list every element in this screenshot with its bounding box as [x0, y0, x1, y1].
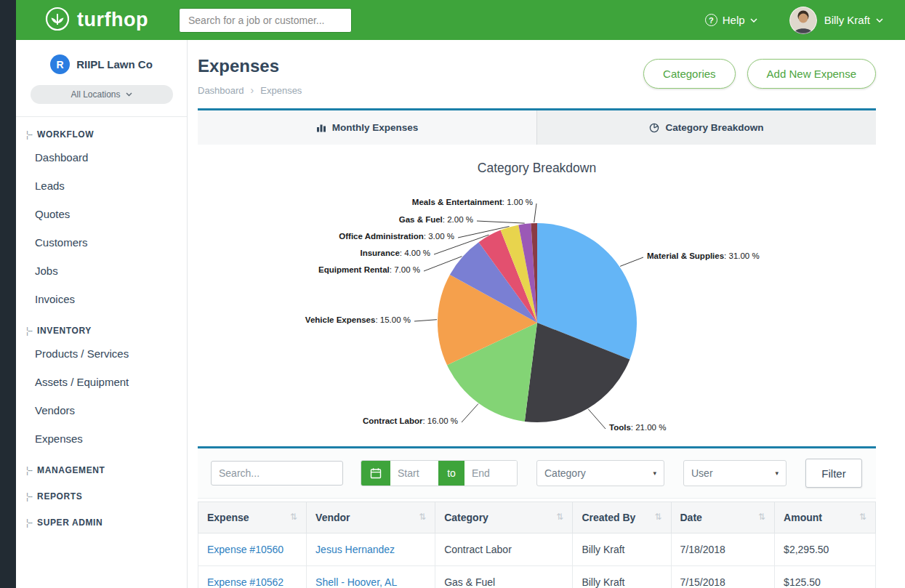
tree-branch-icon: ¦-- [26, 465, 32, 475]
breadcrumb-dashboard[interactable]: Dashboard [198, 85, 244, 96]
date-end-input[interactable] [464, 461, 517, 486]
category-filter-select[interactable]: Category ▾ [536, 460, 664, 486]
sidebar-section-label: SUPER ADMIN [37, 517, 102, 528]
tab-category-breakdown[interactable]: Category Breakdown [536, 110, 876, 145]
pie-chart-icon [649, 123, 659, 133]
sidebar-section-label: REPORTS [37, 491, 82, 502]
cell-amount: $125.50 [775, 566, 876, 588]
cell-category: Gas & Fuel [435, 566, 573, 588]
pie-label-gas-fuel: Gas & Fuel: 2.00 % [399, 215, 473, 224]
table-body: Expense #10560Jesus HernandezContract La… [198, 533, 876, 588]
chevron-down-icon [876, 18, 883, 23]
tab-label: Monthly Expenses [332, 122, 419, 133]
sidebar-item-dashboard[interactable]: Dashboard [16, 143, 187, 172]
sort-icon: ⇅ [290, 512, 297, 522]
cell-expense: Expense #10562 [198, 566, 307, 588]
pie-label-line [414, 320, 437, 321]
global-search-input[interactable] [179, 8, 352, 33]
location-selector-label: All Locations [71, 89, 120, 100]
table-row: Expense #10560Jesus HernandezContract La… [198, 533, 876, 566]
sidebar-item-invoices[interactable]: Invoices [16, 285, 187, 313]
expense-link[interactable]: Expense #10562 [207, 576, 283, 588]
sidebar-section-management[interactable]: ¦--MANAGEMENT [16, 453, 187, 479]
user-filter-value: User [691, 467, 713, 479]
company-row: R RIIPL Lawn Co [16, 55, 187, 74]
cell-date: 7/18/2018 [671, 533, 775, 566]
date-start-input[interactable] [390, 461, 438, 486]
topbar: turfhop ? Help Billy Kraft [16, 0, 905, 40]
column-header-label: Created By [582, 512, 635, 523]
sidebar-item-expenses[interactable]: Expenses [16, 424, 187, 453]
date-range-picker: to [361, 460, 518, 486]
sidebar-item-products-services[interactable]: Products / Services [16, 339, 187, 368]
date-to-label: to [438, 461, 464, 486]
page-header: Expenses Dashboard › Expenses Categories… [188, 40, 905, 96]
expense-link[interactable]: Expense #10560 [207, 544, 283, 555]
column-header-label: Amount [784, 512, 822, 523]
breadcrumb: Dashboard › Expenses [198, 84, 302, 96]
sidebar-section-workflow[interactable]: ¦--WORKFLOW [16, 117, 187, 143]
sidebar-item-leads[interactable]: Leads [16, 172, 187, 200]
avatar[interactable] [789, 7, 817, 34]
tab-bar: Monthly Expenses Category Breakdown [198, 108, 876, 145]
chevron-down-icon [750, 18, 757, 23]
pie-label-insurance: Insurance: 4.00 % [360, 249, 430, 257]
table-search-input[interactable] [211, 461, 343, 486]
cell-expense: Expense #10560 [198, 533, 307, 566]
tab-monthly-expenses[interactable]: Monthly Expenses [198, 110, 536, 145]
sort-icon: ⇅ [556, 512, 563, 522]
sidebar-section-inventory[interactable]: ¦--INVENTORY [16, 313, 187, 339]
calendar-button[interactable] [361, 461, 390, 486]
turfhop-logo[interactable]: turfhop [45, 7, 148, 34]
help-icon: ? [705, 14, 717, 26]
sidebar-item-assets-equipment[interactable]: Assets / Equipment [16, 368, 187, 396]
categories-button[interactable]: Categories [643, 59, 736, 89]
sidebar-item-quotes[interactable]: Quotes [16, 200, 187, 228]
sidebar-section-label: WORKFLOW [37, 129, 94, 140]
pie-label-vehicle-expenses: Vehicle Expenses: 15.00 % [305, 315, 411, 324]
column-header-created-by[interactable]: Created By⇅ [573, 502, 671, 533]
sort-icon: ⇅ [859, 512, 866, 522]
sidebar-section-super-admin[interactable]: ¦--SUPER ADMIN [16, 505, 187, 531]
sidebar-item-jobs[interactable]: Jobs [16, 257, 187, 285]
column-header-vendor[interactable]: Vendor⇅ [307, 502, 435, 533]
filter-bar: to Category ▾ User ▾ Filter [198, 446, 876, 499]
column-header-amount[interactable]: Amount⇅ [775, 502, 876, 533]
calendar-icon [370, 467, 382, 479]
chart-panel: Category Breakdown Material & Supplies: … [198, 145, 876, 446]
pie-label-tools: Tools: 21.00 % [609, 423, 666, 432]
sort-icon: ⇅ [419, 512, 426, 522]
breadcrumb-current: Expenses [260, 85, 302, 96]
breadcrumb-separator-icon: › [251, 84, 254, 96]
filter-button[interactable]: Filter [805, 459, 862, 488]
bar-chart-icon [316, 123, 326, 132]
user-name: Billy Kraft [824, 14, 870, 26]
sidebar-section-reports[interactable]: ¦--REPORTS [16, 479, 187, 505]
sidebar-item-vendors[interactable]: Vendors [16, 396, 187, 424]
tree-branch-icon: ¦-- [26, 129, 32, 140]
turfhop-logo-icon [45, 7, 70, 34]
select-caret-icon: ▾ [775, 470, 779, 477]
column-header-category[interactable]: Category⇅ [435, 502, 573, 533]
user-filter-select[interactable]: User ▾ [683, 460, 787, 486]
sort-icon: ⇅ [758, 512, 765, 522]
category-filter-value: Category [544, 467, 586, 479]
vendor-link[interactable]: Shell - Hoover, AL [315, 576, 397, 588]
column-header-expense[interactable]: Expense⇅ [198, 502, 307, 533]
cell-amount: $2,295.50 [775, 533, 876, 566]
help-menu[interactable]: ? Help [705, 14, 757, 26]
table-row: Expense #10562Shell - Hoover, ALGas & Fu… [198, 566, 876, 588]
cell-created-by: Billy Kraft [573, 533, 671, 566]
company-badge: R [50, 55, 70, 74]
logo-text: turfhop [77, 9, 148, 31]
cell-vendor: Jesus Hernandez [307, 533, 435, 566]
location-selector[interactable]: All Locations [31, 85, 173, 104]
page-title: Expenses [198, 56, 302, 76]
tree-branch-icon: ¦-- [26, 491, 32, 502]
add-new-expense-button[interactable]: Add New Expense [747, 59, 876, 89]
column-header-date[interactable]: Date⇅ [671, 502, 775, 533]
sidebar-item-customers[interactable]: Customers [16, 228, 187, 257]
sidebar-section-label: INVENTORY [37, 326, 92, 336]
user-menu[interactable]: Billy Kraft [824, 14, 883, 26]
vendor-link[interactable]: Jesus Hernandez [315, 544, 395, 555]
